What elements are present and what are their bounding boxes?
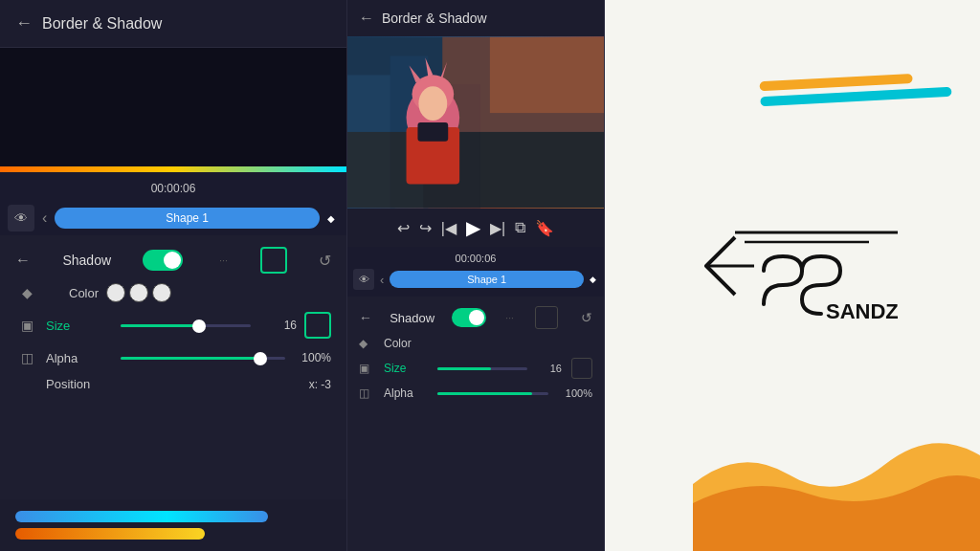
left-alpha-row: ◫ Alpha 100% [15, 348, 331, 367]
svg-rect-14 [417, 122, 448, 142]
middle-track-diamond[interactable]: ◆ [588, 273, 598, 286]
middle-timeline: 00:00:06 👁 ‹ Shape 1 ◆ [347, 247, 604, 297]
middle-alpha-icon: ◫ [359, 386, 378, 400]
left-shadow-title: Shadow [62, 253, 111, 268]
middle-shadow-header: ← Shadow ··· ↺ [359, 306, 592, 329]
middle-shadow-toggle[interactable] [452, 308, 486, 327]
middle-timeline-time: 00:00:06 [347, 251, 604, 266]
left-header: ← Border & Shadow [0, 0, 346, 48]
stripe-cyan [760, 87, 951, 106]
middle-undo-button[interactable]: ↩ [397, 219, 410, 237]
left-panel-title: Border & Shadow [42, 15, 162, 33]
middle-size-icon: ▣ [359, 362, 378, 375]
middle-track-row: 👁 ‹ Shape 1 ◆ [347, 266, 604, 293]
left-shadow-toggle[interactable] [143, 250, 183, 271]
left-bar-orange [15, 528, 205, 540]
left-alpha-slider[interactable] [121, 348, 285, 367]
left-timeline-track: 👁 ‹ Shape 1 ◆ [0, 201, 346, 235]
left-color-dot-1[interactable] [106, 283, 125, 302]
middle-back-button[interactable]: ← [359, 10, 374, 27]
left-track-pill[interactable]: Shape 1 [55, 208, 320, 229]
svg-rect-4 [347, 132, 604, 208]
middle-track-prev[interactable]: ‹ [378, 273, 386, 287]
anime-scene-svg [347, 36, 604, 209]
middle-size-row: ▣ Size 16 [359, 358, 592, 379]
svg-rect-6 [490, 37, 604, 113]
left-color-dot-2[interactable] [129, 283, 148, 302]
middle-alpha-value: 100% [554, 387, 592, 399]
svg-point-12 [418, 86, 447, 121]
middle-track-label: Shape 1 [467, 274, 506, 285]
left-track-eye[interactable]: 👁 [8, 205, 34, 231]
left-shadow-controls: ← Shadow ··· ↺ ◆ Color ▣ Size [0, 235, 346, 499]
right-panel: SANDZH. [605, 0, 980, 551]
middle-size-value: 16 [533, 363, 562, 374]
left-back-button[interactable]: ← [15, 13, 33, 33]
left-size-row: ▣ Size 16 [15, 312, 331, 339]
left-size-box[interactable] [304, 312, 331, 339]
middle-color-icon: ◆ [359, 337, 378, 350]
left-size-value: 16 [258, 319, 297, 332]
left-bar-blue [15, 511, 268, 522]
left-alpha-label: Alpha [46, 351, 113, 365]
right-color-stripes [759, 72, 951, 106]
middle-header: ← Border & Shadow [347, 0, 604, 36]
middle-alpha-slider[interactable] [437, 392, 548, 395]
left-size-label: Size [46, 319, 113, 333]
middle-playback-controls: ↩ ↪ |◀ ▶ ▶| ⧉ 🔖 [347, 209, 604, 247]
left-color-row: ◆ Color [15, 283, 331, 302]
middle-step-forward-button[interactable]: ▶| [490, 219, 505, 237]
middle-shadow-title: Shadow [390, 311, 434, 325]
middle-shadow-back[interactable]: ← [359, 310, 372, 325]
left-reset-button[interactable]: ↺ [319, 252, 331, 270]
left-position-label: Position [46, 377, 113, 391]
left-bottom-bars [0, 499, 346, 551]
svg-text:SANDZH.: SANDZH. [826, 299, 898, 323]
left-size-slider[interactable] [121, 316, 251, 335]
middle-alpha-label: Alpha [384, 386, 432, 400]
middle-shadow-dots: ··· [505, 313, 513, 323]
left-color-label: Color [69, 286, 99, 300]
middle-video-preview [347, 36, 604, 209]
logo-area: SANDZH. [687, 218, 898, 333]
left-alpha-icon: ◫ [15, 350, 38, 365]
left-color-dots [106, 283, 171, 302]
middle-track-pill[interactable]: Shape 1 [390, 271, 584, 288]
brand-logo-svg: SANDZH. [687, 218, 898, 333]
middle-video-scene [347, 36, 604, 209]
middle-panel-title: Border & Shadow [382, 11, 487, 26]
middle-copy-button[interactable]: ⧉ [515, 219, 525, 236]
left-track-diamond[interactable]: ◆ [323, 211, 339, 226]
middle-play-button[interactable]: ▶ [466, 216, 480, 239]
left-position-x: x: -3 [309, 378, 331, 391]
left-alpha-value: 100% [293, 351, 331, 364]
left-track-prev[interactable]: ‹ [38, 208, 51, 229]
middle-size-label: Size [384, 362, 432, 375]
middle-track-eye[interactable]: 👁 [353, 269, 374, 290]
middle-alpha-row: ◫ Alpha 100% [359, 386, 592, 400]
middle-shadow-controls: ← Shadow ··· ↺ ◆ Color ▣ Size 16 ◫ [347, 297, 604, 551]
left-preview-area [0, 48, 346, 172]
middle-size-slider[interactable] [437, 367, 527, 370]
middle-step-back-button[interactable]: |◀ [441, 219, 457, 237]
stripe-orange [759, 74, 912, 91]
left-timeline-time: 00:00:06 [0, 180, 346, 201]
left-color-dot-3[interactable] [152, 283, 171, 302]
left-shadow-back[interactable]: ← [15, 252, 31, 269]
preview-gradient-bar [0, 166, 346, 172]
left-shadow-toggle-knob [164, 252, 181, 269]
left-shadow-dots: ··· [219, 254, 228, 266]
middle-shadow-box[interactable] [535, 306, 558, 329]
left-position-row: Position x: -3 [15, 377, 331, 391]
middle-bookmark-button[interactable]: 🔖 [535, 219, 554, 237]
left-panel: ← Border & Shadow 00:00:06 👁 ‹ Shape 1 ◆… [0, 0, 346, 551]
left-shadow-box[interactable] [260, 247, 287, 274]
left-size-icon: ▣ [15, 318, 38, 333]
middle-size-box[interactable] [571, 358, 592, 379]
middle-redo-button[interactable]: ↪ [419, 219, 432, 237]
left-timeline-area: 00:00:06 👁 ‹ Shape 1 ◆ [0, 172, 346, 235]
middle-color-row: ◆ Color [359, 337, 592, 350]
middle-reset-button[interactable]: ↺ [581, 310, 592, 325]
middle-toggle-knob [469, 310, 484, 325]
middle-color-label: Color [384, 337, 432, 350]
